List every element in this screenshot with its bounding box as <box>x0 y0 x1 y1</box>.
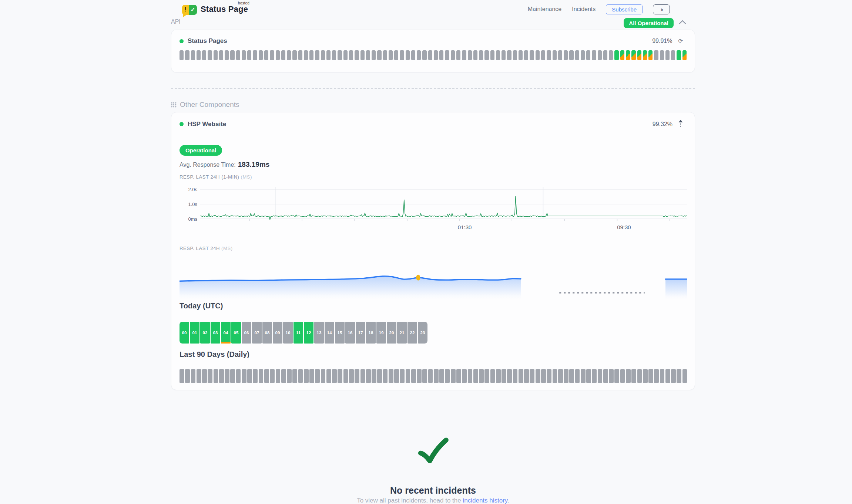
day-bar[interactable] <box>304 369 309 383</box>
day-bar[interactable] <box>456 369 461 383</box>
day-bar[interactable] <box>553 369 557 383</box>
day-bar[interactable] <box>564 369 568 383</box>
day-bar[interactable] <box>326 369 331 383</box>
uptime-bar[interactable] <box>547 50 551 60</box>
hour-cell-07[interactable]: 07 <box>252 322 262 344</box>
day-bar[interactable] <box>389 369 393 383</box>
day-bar[interactable] <box>332 369 337 383</box>
uptime-bar[interactable] <box>665 50 670 60</box>
uptime-bar[interactable] <box>462 50 466 60</box>
day-bar[interactable] <box>422 369 427 383</box>
uptime-bar[interactable] <box>315 50 319 60</box>
uptime-bar[interactable] <box>191 50 195 60</box>
uptime-bar[interactable] <box>598 50 602 60</box>
refresh-icon[interactable]: ⟳ <box>678 38 683 44</box>
day-bar[interactable] <box>654 369 659 383</box>
uptime-bar[interactable] <box>586 50 590 60</box>
day-bar[interactable] <box>541 369 546 383</box>
chevron-up-icon[interactable] <box>679 19 686 26</box>
day-bar[interactable] <box>180 369 184 383</box>
hour-cell-00[interactable]: 00 <box>180 322 189 344</box>
day-bar[interactable] <box>377 369 382 383</box>
uptime-bar[interactable] <box>326 50 331 60</box>
day-bar[interactable] <box>281 369 286 383</box>
day-bar[interactable] <box>197 369 201 383</box>
uptime-bar[interactable] <box>519 50 523 60</box>
day-bar[interactable] <box>609 369 614 383</box>
component-hsp-website[interactable]: HSP Website <box>180 121 226 128</box>
day-bar[interactable] <box>276 369 281 383</box>
uptime-bar[interactable] <box>513 50 517 60</box>
uptime-bar[interactable] <box>292 50 296 60</box>
day-bar[interactable] <box>406 369 410 383</box>
day-bar[interactable] <box>536 369 540 383</box>
day-bar[interactable] <box>569 369 574 383</box>
day-bar[interactable] <box>366 369 371 383</box>
uptime-bar[interactable] <box>242 50 246 60</box>
day-bar[interactable] <box>247 369 252 383</box>
day-bar[interactable] <box>225 369 229 383</box>
theme-toggle-button[interactable]: ◑ <box>653 4 670 14</box>
day-bar[interactable] <box>287 369 292 383</box>
hour-cell-20[interactable]: 20 <box>387 322 396 344</box>
uptime-bar[interactable] <box>445 50 449 60</box>
hour-cell-13[interactable]: 13 <box>314 322 324 344</box>
uptime-bar[interactable] <box>682 50 687 60</box>
uptime-bar[interactable] <box>321 50 325 60</box>
uptime-bar[interactable] <box>225 50 229 60</box>
day-bar[interactable] <box>479 369 484 383</box>
day-bar[interactable] <box>603 369 608 383</box>
uptime-bar[interactable] <box>643 50 647 60</box>
day-bar[interactable] <box>586 369 591 383</box>
highlight-marker[interactable] <box>416 275 420 281</box>
hour-cell-05[interactable]: 05 <box>231 322 241 344</box>
day-bar[interactable] <box>575 369 580 383</box>
uptime-bar[interactable] <box>620 50 624 60</box>
day-bar[interactable] <box>259 369 264 383</box>
day-bar[interactable] <box>355 369 359 383</box>
uptime-bar[interactable] <box>355 50 359 60</box>
day-bar[interactable] <box>236 369 241 383</box>
day-bar[interactable] <box>473 369 478 383</box>
hour-cell-14[interactable]: 14 <box>325 322 334 344</box>
day-bar[interactable] <box>524 369 529 383</box>
uptime-bar[interactable] <box>276 50 280 60</box>
day-bar[interactable] <box>253 369 258 383</box>
uptime-bar[interactable] <box>298 50 302 60</box>
hour-cell-22[interactable]: 22 <box>407 322 417 344</box>
response-time-area-chart[interactable] <box>180 251 687 300</box>
uptime-bar[interactable] <box>524 50 528 60</box>
day-bar[interactable] <box>298 369 303 383</box>
day-bar[interactable] <box>411 369 416 383</box>
uptime-bar[interactable] <box>400 50 404 60</box>
uptime-bar[interactable] <box>230 50 234 60</box>
uptime-bar[interactable] <box>473 50 477 60</box>
hour-cell-21[interactable]: 21 <box>397 322 407 344</box>
day-bar[interactable] <box>214 369 218 383</box>
day-bar[interactable] <box>439 369 444 383</box>
day-bar[interactable] <box>614 369 619 383</box>
day-bar[interactable] <box>558 369 563 383</box>
day-bar[interactable] <box>468 369 473 383</box>
uptime-bar[interactable] <box>581 50 585 60</box>
uptime-bar[interactable] <box>536 50 540 60</box>
uptime-bar[interactable] <box>185 50 189 60</box>
uptime-bar[interactable] <box>366 50 370 60</box>
day-bar[interactable] <box>451 369 456 383</box>
day-bar[interactable] <box>185 369 190 383</box>
uptime-bar[interactable] <box>614 50 618 60</box>
day-bar[interactable] <box>462 369 467 383</box>
uptime-bar[interactable] <box>417 50 421 60</box>
uptime-bar[interactable] <box>637 50 641 60</box>
day-bar[interactable] <box>547 369 551 383</box>
uptime-bar[interactable] <box>377 50 381 60</box>
uptime-bar[interactable] <box>360 50 365 60</box>
day-bar[interactable] <box>242 369 246 383</box>
uptime-bar[interactable] <box>202 50 206 60</box>
nav-incidents[interactable]: Incidents <box>572 6 596 13</box>
day-bar[interactable] <box>400 369 405 383</box>
uptime-bar[interactable] <box>338 50 342 60</box>
uptime-bar[interactable] <box>389 50 393 60</box>
day-bar[interactable] <box>682 369 687 383</box>
day-bar[interactable] <box>631 369 636 383</box>
